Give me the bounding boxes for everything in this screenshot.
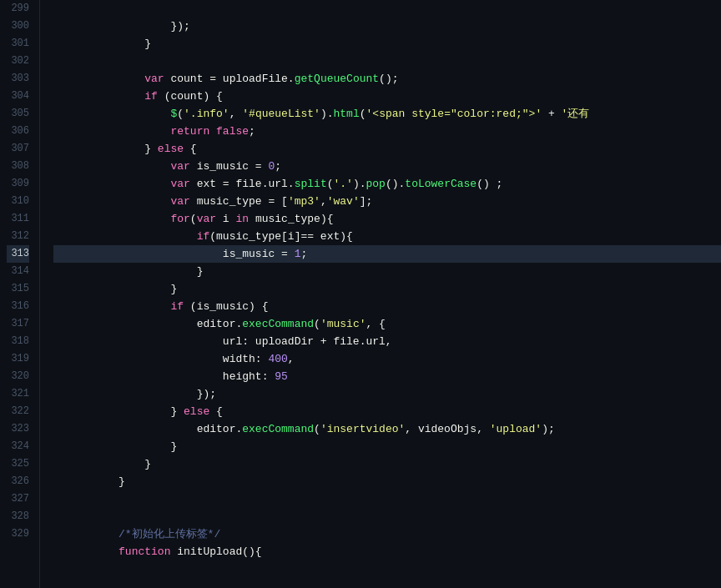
line-num-304: 304 <box>7 88 29 105</box>
line-num-299: 299 <box>7 0 29 18</box>
line-num-328: 328 <box>7 508 29 525</box>
line-num-307: 307 <box>7 140 29 158</box>
line-num-324: 324 <box>7 438 29 455</box>
line-num-318: 318 <box>7 333 29 350</box>
line-num-309: 309 <box>7 175 29 193</box>
line-num-305: 305 <box>7 105 29 123</box>
line-num-306: 306 <box>7 123 29 140</box>
code-line-328: /*初始化上传标签*/ <box>53 508 721 525</box>
line-numbers: 299 300 301 302 303 304 305 306 307 308 … <box>0 0 40 588</box>
line-num-308: 308 <box>7 158 29 175</box>
line-num-301: 301 <box>7 35 29 53</box>
line-num-302: 302 <box>7 53 29 70</box>
code-editor: 299 300 301 302 303 304 305 306 307 308 … <box>0 0 721 588</box>
line-num-319: 319 <box>7 350 29 368</box>
line-num-320: 320 <box>7 368 29 385</box>
line-num-317: 317 <box>7 315 29 333</box>
line-num-300: 300 <box>7 18 29 35</box>
line-num-315: 315 <box>7 280 29 298</box>
line-num-323: 323 <box>7 420 29 438</box>
code-line-302: var count = uploadFile.getQueueCount(); <box>53 53 721 70</box>
code-line-326 <box>53 473 721 490</box>
code-content: }); } var count = uploadFile.getQueueCou… <box>40 0 721 588</box>
code-line-301 <box>53 35 721 53</box>
line-num-311: 311 <box>7 210 29 228</box>
line-num-314: 314 <box>7 263 29 280</box>
line-num-316: 316 <box>7 298 29 315</box>
line-num-312: 312 <box>7 228 29 245</box>
line-num-303: 303 <box>7 70 29 88</box>
line-num-327: 327 <box>7 490 29 508</box>
line-num-326: 326 <box>7 473 29 490</box>
line-num-322: 322 <box>7 403 29 420</box>
line-num-325: 325 <box>7 455 29 473</box>
line-num-321: 321 <box>7 385 29 403</box>
code-line-327 <box>53 490 721 508</box>
code-line-325: } <box>53 455 721 473</box>
line-num-310: 310 <box>7 193 29 210</box>
code-line-299: }); <box>53 0 721 18</box>
line-num-329: 329 <box>7 525 29 543</box>
line-num-313: 313 <box>7 245 29 263</box>
